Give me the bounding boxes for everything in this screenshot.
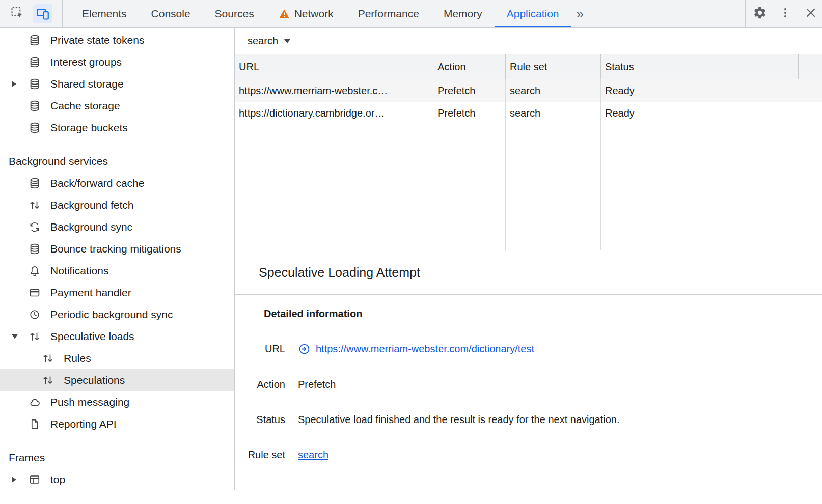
up-down-arrows-icon [29,330,41,343]
speculations-panel: search URL Action Rule set Status https:… [235,28,822,490]
tab-label: Sources [215,8,254,20]
sidebar-item-speculations[interactable]: Speculations [0,369,234,391]
cell-rule-set: search [505,79,600,102]
frames-section-header: Frames [0,446,234,468]
up-down-arrows-icon [42,374,54,386]
more-options-button[interactable] [774,0,797,27]
close-devtools-button[interactable] [800,0,822,27]
tab-elements[interactable]: Elements [70,0,139,27]
column-header-status[interactable]: Status [600,54,798,79]
sidebar-item-label: Speculative loads [50,330,134,343]
sidebar-item-private-state-tokens[interactable]: Private state tokens [0,29,234,51]
toolbar-separator [62,0,63,27]
sidebar-item-rules[interactable]: Rules [0,347,234,369]
sidebar-item-push-messaging[interactable]: Push messaging [0,391,234,413]
devtools-toolbar: Elements Console Sources Network [0,0,822,28]
speculations-filter-bar: search [235,28,822,54]
toolbar-right-controls [745,0,822,27]
panel-tabs: Elements Console Sources Network [70,0,589,27]
sidebar-item-background-fetch[interactable]: Background fetch [0,194,234,216]
sidebar-item-label: Rules [64,352,91,365]
database-icon [29,78,41,90]
tab-label: Network [294,8,334,20]
devtools-body: Private state tokens Interest groups Sha… [0,28,822,490]
speculation-url-link[interactable]: https://www.merriam-webster.com/dictiona… [316,343,534,355]
chevron-down-icon [284,39,290,43]
column-header-url[interactable]: URL [235,54,433,79]
sidebar-item-label: Shared storage [50,78,124,90]
column-header-rule-set[interactable]: Rule set [505,54,600,79]
more-tabs-button[interactable]: » [571,0,588,27]
sidebar-item-bounce-tracking-mitigations[interactable]: Bounce tracking mitigations [0,238,234,260]
inspect-element-button[interactable] [6,0,29,27]
detail-field-rule-set: Rule set search [235,449,812,461]
sidebar-item-label: Interest groups [50,56,122,68]
tab-sources[interactable]: Sources [203,0,266,27]
detail-field-action: Action Prefetch [235,379,812,390]
sidebar-item-speculative-loads[interactable]: Speculative loads [0,325,234,347]
cell-status: Ready [600,79,822,102]
section-label: Frames [9,452,45,464]
sidebar-item-background-sync[interactable]: Background sync [0,216,234,238]
column-header-label: URL [239,61,259,73]
table-row[interactable]: https://www.merriam-webster.c… Prefetch … [235,79,822,102]
tab-console[interactable]: Console [139,0,203,27]
sidebar-item-label: Storage buckets [50,122,128,134]
sidebar-item-label: Push messaging [50,396,129,408]
sidebar-item-interest-groups[interactable]: Interest groups [0,51,234,73]
sidebar-item-label: Bounce tracking mitigations [50,243,181,255]
collapse-chevron-icon[interactable] [12,334,18,339]
sidebar-item-notifications[interactable]: Notifications [0,260,234,282]
double-chevron-icon: » [576,6,583,22]
sidebar-item-label: Notifications [50,265,108,277]
tab-network[interactable]: Network [266,0,346,27]
device-toolbar-icon [33,4,52,23]
speculations-table: URL Action Rule set Status https://www.m… [235,54,822,250]
sidebar-item-storage-buckets[interactable]: Storage buckets [0,117,234,138]
sidebar-item-label: Cache storage [50,100,120,112]
section-label: Background services [9,155,108,167]
scroll-corner-cell [798,54,822,79]
table-empty-area [235,124,822,250]
application-sidebar: Private state tokens Interest groups Sha… [0,28,235,490]
settings-button[interactable] [749,0,771,27]
sidebar-item-label: Speculations [64,374,125,386]
tab-performance[interactable]: Performance [346,0,431,27]
sidebar-item-cache-storage[interactable]: Cache storage [0,95,234,117]
rule-set-link[interactable]: search [298,449,328,461]
clock-icon [29,309,41,321]
sidebar-item-top-frame[interactable]: top [0,468,234,490]
inspect-cursor-icon [10,6,24,22]
open-url-icon[interactable] [298,343,311,355]
sidebar-item-label: Background fetch [50,199,133,211]
sidebar-item-payment-handler[interactable]: Payment handler [0,282,234,303]
database-icon [29,34,41,46]
sidebar-item-back-forward-cache[interactable]: Back/forward cache [0,172,234,194]
tab-label: Performance [358,8,419,20]
device-toolbar-toggle-button[interactable] [32,0,54,27]
database-icon [29,243,41,255]
expand-chevron-icon[interactable] [12,81,16,87]
table-row[interactable]: https://dictionary.cambridge.or… Prefetc… [235,102,822,124]
cell-status: Ready [600,102,822,124]
cloud-icon [29,396,41,408]
sidebar-item-label: Background sync [50,221,132,233]
detail-pane-title: Speculative Loading Attempt [259,265,420,280]
tab-application[interactable]: Application [495,0,571,27]
up-down-arrows-icon [29,199,41,211]
field-label: URL [235,343,285,355]
cell-url: https://www.merriam-webster.c… [235,79,433,102]
field-label: Status [235,414,285,426]
sidebar-item-periodic-background-sync[interactable]: Periodic background sync [0,303,234,325]
warning-icon [279,8,290,19]
sidebar-item-reporting-api[interactable]: Reporting API [0,413,234,435]
column-header-action[interactable]: Action [433,54,505,79]
database-icon [29,177,41,189]
expand-chevron-icon[interactable] [12,477,16,483]
devtools-bottom-strip [0,490,822,504]
sidebar-item-shared-storage[interactable]: Shared storage [0,73,234,95]
database-icon [29,56,41,68]
ruleset-filter-dropdown[interactable]: search [248,35,290,47]
tab-memory[interactable]: Memory [431,0,495,27]
cell-url: https://dictionary.cambridge.or… [235,102,433,124]
